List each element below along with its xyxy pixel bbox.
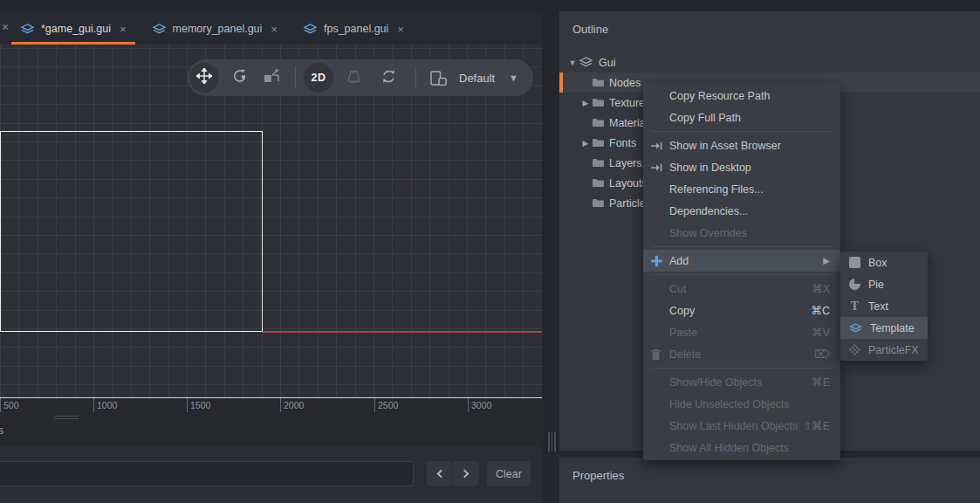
- menu-separator: [651, 274, 833, 275]
- clear-button-label: Clear: [496, 468, 522, 480]
- submenu-arrow-icon: ▶: [823, 256, 830, 265]
- gui-file-icon: [303, 24, 318, 35]
- panel-divider[interactable]: [542, 0, 559, 503]
- toolbar-divider: [295, 66, 296, 89]
- reset-camera-button[interactable]: [380, 68, 397, 88]
- submenu-item-text[interactable]: T Text: [840, 295, 928, 317]
- particlefx-icon: [849, 344, 860, 355]
- bottom-panel: s Clear: [0, 412, 542, 503]
- tree-label: Gui: [599, 57, 615, 69]
- folder-icon: [592, 138, 604, 148]
- submenu-item-particlefx[interactable]: ParticleFX: [840, 339, 928, 361]
- truncated-panel-text: s: [0, 424, 3, 437]
- caret-right-icon[interactable]: ▶: [579, 139, 592, 148]
- tab-close-icon[interactable]: ×: [397, 23, 404, 36]
- scene-viewport[interactable]: 2D Default: [0, 45, 542, 397]
- shortcut-label: ⌘X: [812, 282, 830, 295]
- text-icon: T: [849, 300, 860, 312]
- outline-header: Outline: [572, 23, 608, 36]
- menu-item-hide-unselected-objects: Hide Unselected Objects: [643, 393, 840, 415]
- menu-item-paste: Paste ⌘V: [643, 321, 840, 343]
- tree-label: Nodes: [609, 77, 641, 89]
- menu-item-add[interactable]: Add ▶: [643, 250, 840, 272]
- submenu-item-pie[interactable]: Pie: [840, 273, 928, 295]
- tab-label: fps_panel.gui: [324, 23, 388, 35]
- shortcut-label: ⇧⌘E: [803, 419, 830, 432]
- submenu-item-box[interactable]: Box: [840, 252, 928, 273]
- menu-item-copy-resource-path[interactable]: Copy Resource Path: [643, 85, 840, 107]
- ruler-tick: 1500: [187, 398, 210, 413]
- delete-key-icon: ⌦: [814, 348, 830, 361]
- caret-right-icon[interactable]: ▶: [579, 99, 592, 107]
- move-tool-button[interactable]: [189, 63, 219, 93]
- ruler-tick: 2500: [374, 398, 398, 413]
- camera-profile-dropdown[interactable]: Default: [459, 72, 495, 85]
- chevron-right-icon: [460, 470, 469, 479]
- tab-label: *game_gui.gui: [41, 23, 111, 35]
- menu-item-referencing-files[interactable]: Referencing Files...: [643, 178, 840, 200]
- show-in-icon: [651, 141, 662, 150]
- 2d-mode-button[interactable]: 2D: [304, 63, 333, 93]
- shortcut-label: ⌘V: [812, 326, 830, 339]
- scale-tool-button[interactable]: [264, 68, 279, 87]
- find-previous-button[interactable]: [427, 461, 452, 486]
- console-search-input[interactable]: [0, 461, 414, 486]
- rotate-icon: [231, 68, 248, 88]
- shortcut-label: ⌘C: [811, 304, 830, 317]
- toolbar-divider: [415, 66, 416, 89]
- menu-item-show-in-asset-browser[interactable]: Show in Asset Browser: [643, 134, 840, 156]
- tab-game-gui[interactable]: *game_gui.gui ×: [11, 13, 135, 45]
- find-next-button[interactable]: [453, 461, 478, 486]
- device-icon: [430, 71, 447, 86]
- ruler-tick: 2000: [280, 398, 304, 413]
- perspective-camera-button[interactable]: [346, 69, 362, 87]
- template-icon: [849, 323, 862, 334]
- tab-fps-panel[interactable]: fps_panel.gui ×: [294, 13, 413, 45]
- properties-header: Properties: [572, 469, 624, 482]
- folder-icon: [592, 178, 604, 188]
- menu-separator: [651, 131, 833, 132]
- ruler-tick: 1000: [93, 398, 117, 413]
- divider-grip[interactable]: [548, 432, 556, 451]
- trash-icon: [651, 348, 661, 360]
- menu-item-show-all-hidden-objects: Show All Hidden Objects: [643, 437, 840, 458]
- tree-label: Fonts: [609, 137, 636, 149]
- menu-item-show-overrides: Show Overrides: [643, 222, 840, 244]
- folder-icon: [592, 198, 604, 208]
- editor-pane: × *game_gui.gui × memory_panel.gui ×: [0, 0, 542, 503]
- menu-item-delete: Delete ⌦: [643, 343, 840, 365]
- menu-item-copy-full-path[interactable]: Copy Full Path: [643, 107, 840, 128]
- menu-item-dependencies[interactable]: Dependencies...: [643, 200, 840, 222]
- tab-close-icon[interactable]: ×: [120, 23, 127, 36]
- menu-separator: [651, 246, 833, 247]
- selection-bar: [559, 72, 563, 93]
- tab-close-icon[interactable]: ×: [271, 23, 278, 36]
- camera-profile-label: Default: [459, 72, 495, 85]
- chevron-down-icon[interactable]: ▼: [509, 72, 518, 83]
- tab-memory-panel[interactable]: memory_panel.gui ×: [143, 13, 286, 45]
- folder-icon: [592, 118, 604, 127]
- ruler-tick: 500: [0, 398, 19, 413]
- tab-label: memory_panel.gui: [173, 23, 263, 35]
- 2d-mode-label: 2D: [312, 72, 326, 84]
- clear-button[interactable]: Clear: [487, 461, 531, 486]
- folder-icon: [592, 78, 604, 87]
- folder-icon: [592, 98, 604, 107]
- caret-down-icon[interactable]: ▼: [566, 59, 579, 67]
- gui-root-icon: [579, 57, 593, 68]
- rotate-tool-button[interactable]: [231, 68, 248, 88]
- gui-editor-window: × *game_gui.gui × memory_panel.gui ×: [0, 0, 980, 503]
- submenu-item-template[interactable]: Template: [840, 317, 928, 339]
- properties-panel: Properties: [559, 458, 980, 503]
- horizontal-ruler: 500 1000 1500 2000 2500 3000: [0, 397, 542, 412]
- menu-separator: [651, 368, 833, 369]
- menu-item-show-in-desktop[interactable]: Show in Desktop: [643, 156, 840, 178]
- pie-icon: [849, 279, 860, 290]
- partial-tab-close-icon[interactable]: ×: [2, 21, 9, 33]
- tree-row-gui[interactable]: ▼ Gui: [559, 52, 980, 72]
- tab-bar: × *game_gui.gui × memory_panel.gui ×: [0, 13, 542, 45]
- splitter-grip[interactable]: [54, 416, 79, 421]
- menu-item-copy[interactable]: Copy ⌘C: [643, 300, 840, 321]
- menu-item-cut: Cut ⌘X: [643, 278, 840, 300]
- menu-item-show-last-hidden-objects: Show Last Hidden Objects ⇧⌘E: [643, 415, 840, 437]
